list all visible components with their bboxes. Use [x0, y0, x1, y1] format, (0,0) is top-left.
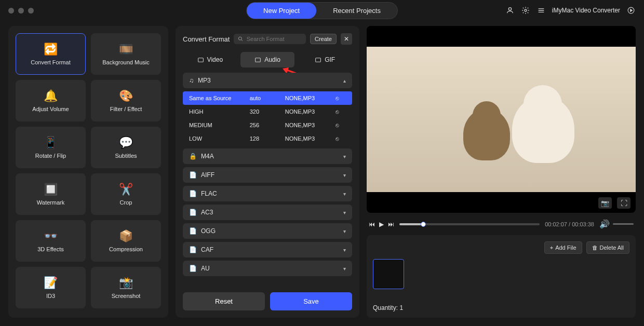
crop-icon: ✂️	[119, 183, 133, 196]
header-right: iMyMac Video Converter	[505, 6, 636, 15]
tab-video[interactable]: Video	[183, 52, 237, 67]
tool-watermark[interactable]: 🔲Watermark	[16, 173, 86, 215]
format-name: MP3	[198, 77, 211, 84]
create-button[interactable]: Create	[310, 34, 337, 44]
format-name: FLAC	[201, 190, 217, 197]
tab-recent-projects[interactable]: Recent Projects	[316, 3, 397, 19]
tool-convert-format[interactable]: 🔁Convert Format	[16, 33, 86, 75]
settings-icon[interactable]	[521, 6, 530, 15]
tool-crop[interactable]: ✂️Crop	[91, 173, 161, 215]
format-aiff[interactable]: 📄AIFF▾	[183, 167, 352, 183]
next-button[interactable]: ⏭	[388, 221, 394, 228]
delete-all-button[interactable]: 🗑Delete All	[586, 241, 629, 254]
progress-bar[interactable]	[399, 223, 540, 225]
title-bar: New Project Recent Projects iMyMac Video…	[0, 0, 644, 21]
video-icon	[197, 57, 204, 63]
project-tabs: New Project Recent Projects	[246, 2, 398, 19]
format-ogg[interactable]: 📄OGG▾	[183, 223, 352, 239]
fullscreen-icon[interactable]: ⛶	[617, 197, 630, 209]
add-file-button[interactable]: +Add File	[544, 241, 582, 254]
music-note-icon: ♫	[189, 77, 194, 84]
button-label: Add File	[555, 244, 576, 251]
preset-same-as-source[interactable]: Same as SourceautoNONE,MP3⎋	[183, 91, 352, 105]
tab-label: GIF	[325, 56, 335, 63]
tool-label: Adjust Volume	[32, 106, 69, 112]
preset-high[interactable]: HIGH320NONE,MP3⎋	[183, 105, 352, 118]
tool-subtitles[interactable]: 💬Subtitles	[91, 127, 161, 168]
convert-icon: 🔁	[44, 43, 58, 56]
save-button[interactable]: Save	[270, 292, 352, 310]
menu-icon[interactable]	[536, 6, 546, 15]
tool-3d-effects[interactable]: 👓3D Effects	[16, 220, 86, 262]
window-controls	[8, 8, 34, 13]
format-icon: 🔒	[189, 153, 197, 160]
tool-label: Rotate / Flip	[35, 153, 66, 159]
external-link-icon[interactable]: ⎋	[336, 135, 346, 142]
search-icon	[238, 36, 243, 42]
external-link-icon[interactable]: ⎋	[336, 108, 346, 115]
subtitles-icon: 💬	[119, 136, 133, 150]
chevron-down-icon: ▾	[343, 247, 346, 253]
video-preview[interactable]: 📷 ⛶	[367, 26, 636, 213]
progress-thumb[interactable]	[421, 222, 426, 227]
tab-gif[interactable]: GIF	[298, 52, 352, 67]
minimize-window-icon[interactable]	[18, 8, 24, 13]
tab-audio[interactable]: Audio	[240, 52, 295, 67]
cat-illustration	[463, 108, 510, 160]
preset-codec: NONE,MP3	[285, 122, 336, 128]
rotate-icon: 📱	[44, 136, 58, 150]
close-window-icon[interactable]	[8, 8, 14, 13]
file-thumbnail[interactable]	[373, 259, 404, 289]
tool-label: ID3	[46, 293, 55, 299]
tool-label: Compression	[109, 246, 143, 252]
format-mp3-header[interactable]: ♫ MP3 ▴	[183, 73, 352, 88]
quantity-display: Quantity: 1	[373, 300, 629, 311]
volume-icon: 🔔	[44, 89, 58, 103]
panel-title: Convert Format	[183, 35, 230, 43]
account-icon[interactable]	[505, 6, 515, 15]
time-display: 00:02:07 / 00:03:38	[545, 221, 594, 227]
svg-rect-6	[316, 58, 321, 62]
close-panel-button[interactable]: ✕	[341, 33, 352, 45]
external-link-icon[interactable]: ⎋	[336, 95, 346, 101]
play-button[interactable]: ▶	[379, 221, 384, 228]
format-icon: 📄	[189, 190, 197, 197]
play-circle-icon[interactable]	[626, 6, 636, 15]
format-name: AU	[201, 265, 210, 272]
reset-button[interactable]: Reset	[183, 292, 265, 310]
preset-codec: NONE,MP3	[285, 108, 336, 115]
prev-button[interactable]: ⏮	[369, 221, 375, 228]
format-au[interactable]: 📄AU▾	[183, 261, 352, 276]
tool-background-music[interactable]: 🎞️Background Music	[91, 33, 161, 75]
format-m4a[interactable]: 🔒M4A▾	[183, 148, 352, 164]
tool-sidebar: 🔁Convert Format 🎞️Background Music 🔔Adju…	[8, 26, 168, 318]
tool-id3[interactable]: 📝ID3	[16, 267, 86, 308]
volume-slider[interactable]	[613, 223, 634, 225]
search-format[interactable]	[234, 34, 306, 44]
format-caf[interactable]: 📄CAF▾	[183, 242, 352, 257]
tool-compression[interactable]: 📦Compression	[91, 220, 161, 262]
maximize-window-icon[interactable]	[28, 8, 34, 13]
preset-low[interactable]: LOW128NONE,MP3⎋	[183, 132, 352, 145]
tab-new-project[interactable]: New Project	[247, 3, 316, 19]
audio-icon	[254, 57, 261, 63]
tool-rotate-flip[interactable]: 📱Rotate / Flip	[16, 127, 86, 168]
external-link-icon[interactable]: ⎋	[336, 122, 346, 128]
preset-medium[interactable]: MEDIUM256NONE,MP3⎋	[183, 118, 352, 132]
volume-control[interactable]: 🔊	[599, 219, 634, 229]
preset-list: Same as SourceautoNONE,MP3⎋ HIGH320NONE,…	[183, 91, 352, 145]
tool-screenshot[interactable]: 📸Screenshot	[91, 267, 161, 308]
watermark-icon: 🔲	[44, 183, 58, 196]
format-flac[interactable]: 📄FLAC▾	[183, 186, 352, 201]
preset-name: LOW	[189, 135, 250, 142]
chevron-up-icon: ▴	[343, 78, 346, 84]
format-icon: 📄	[189, 227, 197, 235]
preset-bitrate: 256	[250, 122, 285, 128]
tool-adjust-volume[interactable]: 🔔Adjust Volume	[16, 80, 86, 121]
chevron-down-icon: ▾	[343, 266, 346, 271]
tool-filter-effect[interactable]: 🎨Filter / Effect	[91, 80, 161, 121]
format-ac3[interactable]: 📄AC3▾	[183, 205, 352, 220]
snapshot-icon[interactable]: 📷	[598, 197, 612, 209]
search-input[interactable]	[247, 36, 302, 42]
file-thumbnails	[373, 259, 629, 289]
